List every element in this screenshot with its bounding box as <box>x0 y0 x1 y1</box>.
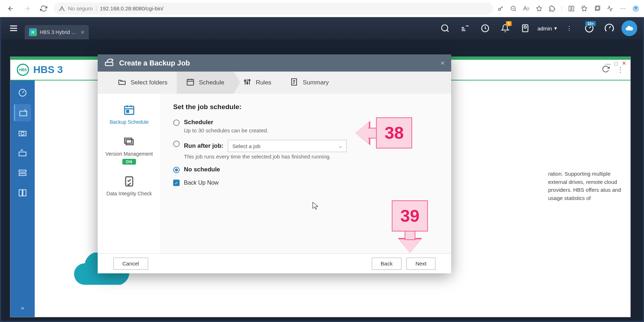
extensions-icon[interactable] <box>548 5 556 13</box>
svg-rect-22 <box>19 152 26 156</box>
main-viewport: H HBS 3 Hybrid ... × 5 admin ▾ ⋮ 10+ HBS… <box>0 17 644 322</box>
folder-icon <box>118 78 126 88</box>
svg-point-29 <box>244 80 246 82</box>
cancel-button[interactable]: Cancel <box>113 258 148 270</box>
url-text: 192.168.0.28:8080/cgi-bin/ <box>100 5 164 11</box>
svg-point-17 <box>524 26 527 29</box>
wizard-steps: Select folders Schedule Rules Summary <box>98 72 451 94</box>
back-button[interactable]: Back <box>372 258 401 270</box>
minimize-icon[interactable]: — <box>605 60 611 67</box>
run-after-label: Run after job: <box>184 142 224 150</box>
svg-rect-27 <box>106 62 113 65</box>
search-icon[interactable] <box>437 20 453 36</box>
copilot-icon[interactable] <box>632 5 640 13</box>
qnap-top-bar: H HBS 3 Hybrid ... × 5 admin ▾ ⋮ 10+ <box>1 17 643 39</box>
dashboard-badge: 10+ <box>585 21 596 26</box>
svg-rect-28 <box>187 79 194 85</box>
modal-header: Create a Backup Job × <box>98 54 451 72</box>
favorites-list-icon[interactable] <box>580 5 588 13</box>
svg-rect-24 <box>19 174 26 175</box>
menu-icon[interactable] <box>7 21 20 35</box>
no-schedule-label: No schedule <box>184 166 439 173</box>
svg-rect-25 <box>19 190 22 196</box>
zoom-out-icon[interactable] <box>509 5 517 13</box>
volume-icon[interactable] <box>457 20 473 36</box>
refresh-button[interactable] <box>37 2 50 15</box>
radio-run-after[interactable] <box>173 141 180 147</box>
speedometer-icon[interactable] <box>601 20 617 36</box>
cursor-icon <box>312 202 319 210</box>
annotation-39: 39 <box>392 200 428 253</box>
cloud-button[interactable] <box>621 20 637 36</box>
layers-icon <box>123 136 135 149</box>
svg-point-0 <box>498 8 501 10</box>
svg-rect-23 <box>19 170 26 172</box>
svg-rect-34 <box>127 110 129 112</box>
app-tab[interactable]: H HBS 3 Hybrid ... × <box>25 25 89 39</box>
user-menu[interactable]: admin ▾ <box>537 25 557 31</box>
favorite-icon[interactable] <box>535 5 543 13</box>
run-after-desc: This job runs every time the selected jo… <box>184 153 439 160</box>
sidebar-collapse-icon[interactable]: » <box>21 305 24 311</box>
svg-point-30 <box>247 82 248 84</box>
collections-icon[interactable] <box>593 5 601 13</box>
sidebar-storage[interactable] <box>14 164 31 181</box>
more-vertical-icon[interactable]: ⋮ <box>561 20 577 36</box>
step-select-folders[interactable]: Select folders <box>108 72 177 94</box>
split-screen-icon[interactable] <box>567 5 575 13</box>
step-summary[interactable]: Summary <box>280 72 338 94</box>
close-tab-icon[interactable]: × <box>80 29 84 36</box>
annotation-38: 38 <box>355 117 412 148</box>
svg-point-31 <box>249 79 250 81</box>
step-schedule[interactable]: Schedule <box>177 72 234 94</box>
sidebar-sync[interactable] <box>14 124 31 141</box>
key-icon[interactable] <box>497 5 504 13</box>
warning-icon <box>59 5 65 12</box>
backup-now-checkbox[interactable]: ✓ <box>173 180 180 186</box>
modal-footer: Cancel Back Next <box>98 253 451 273</box>
modal-close-icon[interactable]: × <box>440 59 445 67</box>
sidebar-data-integrity[interactable]: Data Integrity Check <box>107 175 152 196</box>
modal-title: Create a Backup Job <box>119 59 190 67</box>
chevron-down-icon: ▾ <box>554 25 557 31</box>
hbs-logo-icon: HBS <box>17 64 29 76</box>
radio-no-schedule[interactable] <box>173 167 180 173</box>
svg-rect-2 <box>569 6 571 11</box>
window-controls: — □ ✕ <box>605 60 627 67</box>
back-button[interactable] <box>4 2 17 15</box>
hbs-app-icon: H <box>29 28 37 36</box>
sidebar-restore[interactable] <box>14 144 31 161</box>
address-bar[interactable]: No seguro | 192.168.0.28:8080/cgi-bin/ <box>54 3 493 15</box>
maximize-icon[interactable]: □ <box>613 60 619 67</box>
chevron-down-icon: ⌵ <box>339 143 342 149</box>
sidebar-backup-schedule[interactable]: Backup Schedule <box>110 104 149 125</box>
user-icon <box>517 20 533 36</box>
username: admin <box>537 25 552 31</box>
close-icon[interactable]: ✕ <box>621 60 627 67</box>
security-label: No seguro <box>68 5 93 11</box>
backup-icon <box>104 57 114 69</box>
forward-button[interactable] <box>21 2 34 15</box>
panel-heading: Set the job schedule: <box>173 103 439 111</box>
more-icon[interactable]: ⋯ <box>619 5 627 13</box>
backup-now-label: Back Up Now <box>184 180 219 186</box>
calendar-icon <box>186 78 195 88</box>
radio-scheduler[interactable] <box>173 119 180 126</box>
notification-icon[interactable]: 5 <box>497 20 513 36</box>
step-rules[interactable]: Rules <box>234 72 280 94</box>
dashboard-icon[interactable]: 10+ <box>581 20 597 36</box>
sidebar-backup[interactable] <box>14 104 31 121</box>
on-badge: ON <box>122 159 136 165</box>
sidebar-overview[interactable] <box>14 84 31 101</box>
read-aloud-icon[interactable]: A)) <box>522 5 530 13</box>
document-icon <box>290 78 298 88</box>
job-select[interactable]: Select a job ⌵ <box>228 140 347 152</box>
next-button[interactable]: Next <box>406 258 435 270</box>
task-icon[interactable] <box>477 20 493 36</box>
sidebar-version-management[interactable]: Version Management ON <box>106 136 153 165</box>
notif-badge: 5 <box>506 21 512 26</box>
heartbeat-icon[interactable] <box>606 5 614 13</box>
schedule-sidebar: Backup Schedule Version Management ON Da… <box>98 94 161 253</box>
svg-rect-3 <box>572 6 574 11</box>
sidebar-services[interactable] <box>14 184 31 201</box>
